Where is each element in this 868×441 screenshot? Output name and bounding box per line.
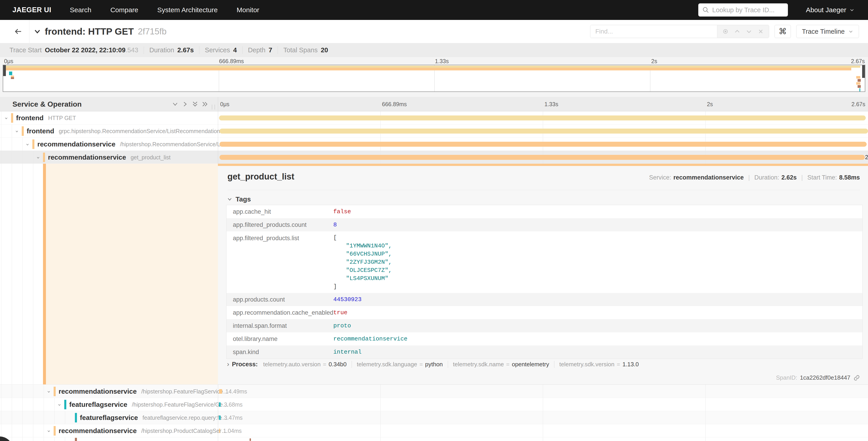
- span-row-partial[interactable]: [0, 437, 868, 441]
- collapse-trace-chevron-icon[interactable]: [33, 28, 41, 35]
- nav-item-compare[interactable]: Compare: [111, 6, 138, 14]
- tag-value: internal: [333, 349, 862, 355]
- json-line: "66VCHSJNUP",: [333, 250, 862, 258]
- focus-match-icon[interactable]: [719, 26, 731, 37]
- trace-start: Trace Start October 22 2022, 22:10:09.54…: [4, 47, 144, 54]
- span-row-frontend-http-get[interactable]: frontend HTTP GET: [0, 111, 868, 124]
- process-section: › Process: telemetry.auto.version = 0.34…: [227, 360, 644, 368]
- span-duration-label: 1.04ms: [223, 424, 242, 437]
- tag-row: app.products.count 44530923: [226, 293, 862, 306]
- minimap-span-bar: [856, 76, 860, 79]
- span-row-featureflag-repo-query[interactable]: featureflagservice featureflagservice.re…: [0, 411, 868, 424]
- expand-one-icon[interactable]: [180, 99, 190, 109]
- chevron-down-icon[interactable]: [47, 390, 51, 393]
- jaeger-trace-page: JAEGER UI Search Compare System Architec…: [0, 0, 868, 441]
- trace-view-label: Trace Timeline: [802, 28, 845, 35]
- chevron-down-icon[interactable]: [4, 117, 8, 120]
- span-duration-bar[interactable]: [219, 142, 867, 147]
- chevron-down-icon[interactable]: [36, 156, 40, 159]
- tag-value: recommendationservice: [333, 335, 862, 342]
- arrow-left-icon: [13, 27, 23, 36]
- tag-value: 44530923: [333, 296, 862, 303]
- minimap-tick-4: 2.67s: [851, 58, 865, 64]
- trace-title: frontend: HTTP GET: [45, 26, 134, 37]
- span-row-featureflagservice-grpc[interactable]: featureflagservice /hipstershop.FeatureF…: [0, 398, 868, 411]
- span-duration-bar[interactable]: [250, 438, 251, 441]
- detail-service-value: recommendationservice: [673, 174, 744, 181]
- span-row-productcatalog[interactable]: recommendationservice /hipstershop.Produ…: [0, 424, 868, 437]
- clear-find-icon[interactable]: [755, 26, 767, 37]
- span-duration-bar[interactable]: [219, 429, 220, 433]
- nav-item-monitor[interactable]: Monitor: [237, 6, 259, 14]
- minimap-right-handle[interactable]: [862, 65, 865, 78]
- tag-row: app.filtered_products.list [ "1YMWWN1N4O…: [226, 231, 862, 293]
- service-color-bar: [75, 438, 77, 441]
- minimap-tick-1: 666.89ms: [219, 58, 244, 64]
- nav-item-system-architecture[interactable]: System Architecture: [157, 6, 218, 14]
- next-match-icon[interactable]: [743, 26, 755, 37]
- trace-header: frontend: HTTP GET 2f715fb: [0, 20, 868, 43]
- chevron-down-icon[interactable]: [15, 130, 19, 133]
- link-icon[interactable]: [854, 375, 860, 381]
- depth-label: Depth: [248, 47, 266, 54]
- column-resizer[interactable]: [212, 105, 215, 110]
- span-duration-bar[interactable]: [219, 415, 221, 420]
- span-duration-bar[interactable]: [219, 389, 222, 394]
- service-color-bar: [32, 140, 34, 149]
- minimap-span-bar: [858, 79, 861, 82]
- tag-value: false: [333, 208, 862, 215]
- keyboard-shortcuts-button[interactable]: ⌘: [775, 25, 791, 38]
- minimap-left-handle[interactable]: [3, 65, 6, 76]
- tags-section-toggle[interactable]: Tags: [227, 195, 251, 203]
- tag-key: otel.library.name: [226, 332, 333, 346]
- chevron-down-icon[interactable]: [26, 143, 29, 146]
- find-input[interactable]: [590, 25, 717, 38]
- tags-section-title: Tags: [236, 195, 251, 203]
- collapse-all-icon[interactable]: [190, 99, 200, 109]
- span-duration-bar[interactable]: [219, 115, 866, 120]
- minimap-span-bar: [856, 82, 860, 85]
- minimap-canvas[interactable]: [3, 65, 865, 92]
- trace-duration: Duration 2.67s: [144, 47, 199, 54]
- span-duration-bar[interactable]: [219, 128, 868, 134]
- trace-lookup-input[interactable]: [712, 6, 784, 14]
- find-box: [590, 25, 769, 38]
- span-duration-bar[interactable]: [219, 155, 865, 160]
- trace-summary-bar: Trace Start October 22 2022, 22:10:09.54…: [0, 43, 868, 57]
- about-jaeger-label: About Jaeger: [806, 6, 846, 14]
- jaeger-brand[interactable]: JAEGER UI: [12, 6, 51, 14]
- service-color-bar: [54, 387, 56, 396]
- span-id-row: SpanID: 1ca2262df0e18447: [776, 374, 860, 381]
- tag-key: app.products.count: [226, 293, 333, 306]
- span-duration-bar[interactable]: [219, 402, 221, 407]
- chevron-down-icon[interactable]: [58, 403, 61, 407]
- service-color-bar: [43, 153, 45, 162]
- json-line: "2ZYFJ3GM2N",: [333, 258, 862, 266]
- tag-row: otel.library.name recommendationservice: [226, 332, 862, 346]
- about-jaeger-menu[interactable]: About Jaeger: [806, 6, 855, 14]
- prev-match-icon[interactable]: [731, 26, 743, 37]
- span-row-frontend-grpc[interactable]: frontend grpc.hipstershop.Recommendation…: [0, 124, 868, 138]
- span-row-featureflag-parent[interactable]: recommendationservice /hipstershop.Featu…: [0, 385, 868, 398]
- back-button[interactable]: [7, 20, 29, 43]
- span-row-recommendation-list[interactable]: recommendationservice /hipstershop.Recom…: [0, 138, 868, 151]
- process-title[interactable]: Process:: [232, 361, 258, 368]
- span-detail-panel: get_product_list Service: recommendation…: [218, 164, 868, 385]
- command-icon: ⌘: [779, 27, 787, 36]
- ruler-tick-2: 1.33s: [545, 97, 558, 111]
- tag-row: app.recommendation.cache_enabled true: [226, 306, 862, 319]
- service-name: recommendationservice: [48, 153, 126, 161]
- collapse-one-icon[interactable]: [170, 99, 180, 109]
- service-name: featureflagservice: [69, 401, 127, 408]
- trace-view-selector[interactable]: Trace Timeline: [796, 25, 859, 38]
- chevron-right-icon[interactable]: ›: [227, 360, 229, 368]
- chevron-down-icon[interactable]: [47, 430, 51, 433]
- process-kv: telemetry.sdk.language = python: [352, 361, 448, 368]
- span-row-get-product-list-selected[interactable]: recommendationservice get_product_list 2…: [0, 151, 868, 164]
- trace-minimap: 0μs 666.89ms 1.33s 2s 2.67s: [0, 57, 868, 97]
- trace-total-spans: Total Spans 20: [278, 47, 334, 54]
- expand-all-icon[interactable]: [200, 99, 210, 109]
- nav-item-search[interactable]: Search: [70, 6, 91, 14]
- detail-start-label: Start Time:: [807, 174, 837, 181]
- process-kv: telemetry.sdk.version = 1.13.0: [554, 361, 644, 368]
